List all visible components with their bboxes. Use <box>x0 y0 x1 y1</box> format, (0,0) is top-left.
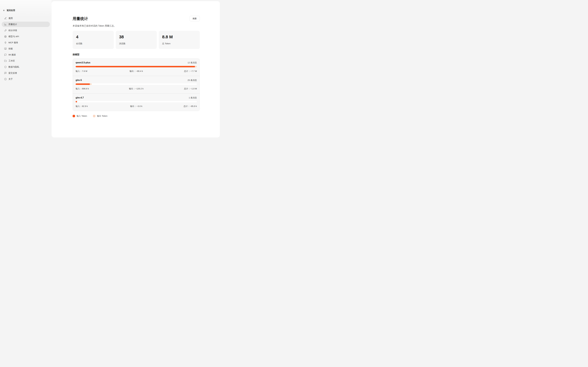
shield-icon <box>4 66 7 68</box>
back-to-app-button[interactable]: 返回应用 <box>2 9 50 12</box>
cpu-icon <box>4 35 7 38</box>
model-message-count: 12 条消息 <box>187 61 197 64</box>
model-row: glm-4.7 1 条消息 输入：82.9 k 输出：~3.0 k 总计：~85… <box>73 93 200 111</box>
settings-sidebar: 返回应用 通用 用量统计 积分详情 模型与 API <box>0 0 52 138</box>
bar-input <box>76 66 195 67</box>
sidebar-item-skills[interactable]: 技能 <box>2 46 50 51</box>
info-icon <box>4 78 7 80</box>
bar-output <box>77 101 77 102</box>
legend: 输入 Token 输出 Token <box>73 115 200 117</box>
main-panel: 用量统计 刷新 本设备所有已保存对话的 Token 用量汇总。 4 会话数 38… <box>52 1 220 137</box>
bar-input <box>76 101 77 102</box>
model-name: qwen3.5-plus <box>76 61 90 64</box>
page-title: 用量统计 <box>73 16 88 21</box>
stat-value: 4 <box>76 34 110 40</box>
output-tokens: 输出：~120.2 k <box>116 87 156 90</box>
model-name: glm-4.7 <box>76 96 84 99</box>
sidebar-item-mcp[interactable]: MCP 服务 <box>2 40 50 45</box>
model-row: glm-5 25 条消息 输入：896.8 k 输出：~120.2 k 总计：~… <box>73 76 200 93</box>
stat-value: 38 <box>119 34 153 40</box>
back-label: 返回应用 <box>7 9 15 12</box>
model-row: qwen3.5-plus 12 条消息 输入：7.6 M 输出：~80.4 k … <box>73 58 200 76</box>
by-model-heading: 按模型 <box>73 53 200 56</box>
sidebar-item-im-channels[interactable]: IM 频道 <box>2 52 50 58</box>
sidebar-item-workspace[interactable]: 工作区 <box>2 58 50 64</box>
input-tokens: 输入：896.8 k <box>76 87 116 90</box>
sidebar-item-general[interactable]: 通用 <box>2 16 50 21</box>
stat-card-messages: 38 消息数 <box>116 31 157 49</box>
input-tokens: 输入：82.9 k <box>76 105 116 108</box>
sidebar-item-credits[interactable]: 积分详情 <box>2 28 50 33</box>
bar-chart-icon <box>4 23 7 25</box>
output-tokens: 输出：~80.4 k <box>116 70 156 73</box>
model-usage-list: qwen3.5-plus 12 条消息 输入：7.6 M 输出：~80.4 k … <box>73 58 200 111</box>
sidebar-item-data-privacy[interactable]: 数据与隐私 <box>2 64 50 70</box>
output-token-swatch <box>93 115 95 117</box>
stat-cards: 4 会话数 38 消息数 8.8 M 总 Token <box>73 31 200 49</box>
bar-input <box>76 83 90 85</box>
plug-icon <box>4 42 7 44</box>
bar-output <box>195 66 197 67</box>
pencil-icon <box>4 17 7 19</box>
token-usage-bar <box>76 83 197 85</box>
token-usage-bar <box>76 66 197 67</box>
page-subtitle: 本设备所有已保存对话的 Token 用量汇总。 <box>73 25 200 27</box>
output-tokens: 输出：~3.0 k <box>116 105 156 108</box>
stat-card-total-tokens: 8.8 M 总 Token <box>159 31 200 49</box>
model-name: glm-5 <box>76 79 82 82</box>
sidebar-item-feedback[interactable]: 提交反馈 <box>2 70 50 76</box>
legend-input: 输入 Token <box>73 115 87 117</box>
stat-label: 总 Token <box>162 42 196 45</box>
folder-icon <box>4 60 7 62</box>
sidebar-item-models-api[interactable]: 模型与 API <box>2 34 50 39</box>
total-tokens: 总计：~85.9 k <box>156 105 197 108</box>
coins-icon <box>4 29 7 32</box>
total-tokens: 总计：~1.0 M <box>156 87 197 90</box>
message-square-plus-icon <box>4 72 7 74</box>
book-open-icon <box>4 48 7 50</box>
legend-output: 输出 Token <box>93 115 107 117</box>
sidebar-item-usage-stats[interactable]: 用量统计 <box>2 22 50 27</box>
arrow-left-icon <box>3 9 5 12</box>
message-square-icon <box>4 54 7 56</box>
token-usage-bar <box>76 101 197 102</box>
model-message-count: 1 条消息 <box>189 96 197 99</box>
input-tokens: 输入：7.6 M <box>76 70 116 73</box>
stat-card-sessions: 4 会话数 <box>73 31 114 49</box>
stat-label: 消息数 <box>119 42 153 45</box>
total-tokens: 总计：~7.7 M <box>156 70 197 73</box>
refresh-button[interactable]: 刷新 <box>190 16 200 21</box>
stat-value: 8.8 M <box>162 34 196 40</box>
sidebar-nav: 通用 用量统计 积分详情 模型与 API MCP 服务 <box>2 16 50 83</box>
stat-label: 会话数 <box>76 42 110 45</box>
input-token-swatch <box>73 115 75 117</box>
bar-output <box>90 83 92 85</box>
model-message-count: 25 条消息 <box>187 79 197 82</box>
sidebar-item-about[interactable]: 关于 <box>2 76 50 82</box>
